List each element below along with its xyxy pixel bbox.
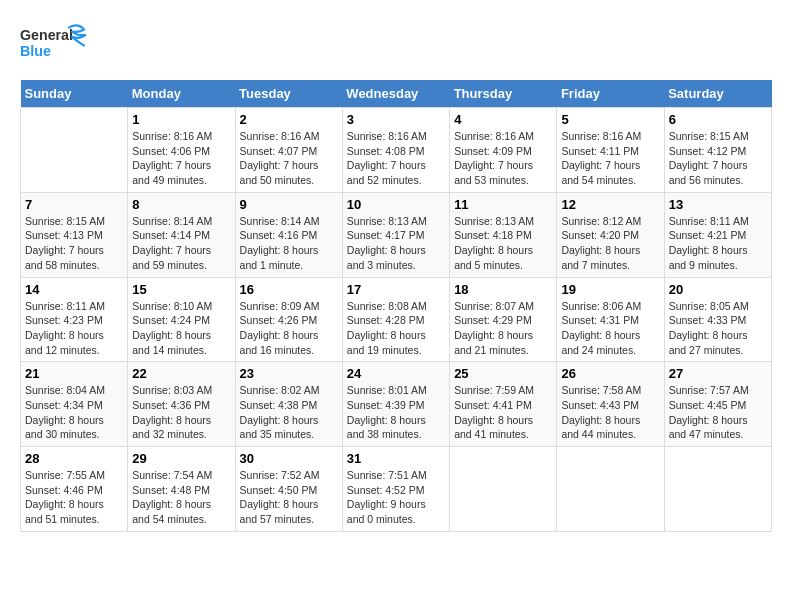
day-number: 18 [454, 282, 552, 297]
day-number: 22 [132, 366, 230, 381]
day-number: 16 [240, 282, 338, 297]
day-number: 24 [347, 366, 445, 381]
calendar-cell: 17Sunrise: 8:08 AMSunset: 4:28 PMDayligh… [342, 277, 449, 362]
calendar-cell: 4Sunrise: 8:16 AMSunset: 4:09 PMDaylight… [450, 108, 557, 193]
day-info: Sunrise: 8:05 AMSunset: 4:33 PMDaylight:… [669, 299, 767, 358]
calendar-cell: 28Sunrise: 7:55 AMSunset: 4:46 PMDayligh… [21, 447, 128, 532]
day-info: Sunrise: 7:54 AMSunset: 4:48 PMDaylight:… [132, 468, 230, 527]
day-info: Sunrise: 7:57 AMSunset: 4:45 PMDaylight:… [669, 383, 767, 442]
calendar-cell: 29Sunrise: 7:54 AMSunset: 4:48 PMDayligh… [128, 447, 235, 532]
day-number: 28 [25, 451, 123, 466]
day-info: Sunrise: 8:04 AMSunset: 4:34 PMDaylight:… [25, 383, 123, 442]
calendar-cell: 14Sunrise: 8:11 AMSunset: 4:23 PMDayligh… [21, 277, 128, 362]
day-info: Sunrise: 8:08 AMSunset: 4:28 PMDaylight:… [347, 299, 445, 358]
calendar-cell: 1Sunrise: 8:16 AMSunset: 4:06 PMDaylight… [128, 108, 235, 193]
day-number: 26 [561, 366, 659, 381]
day-info: Sunrise: 8:02 AMSunset: 4:38 PMDaylight:… [240, 383, 338, 442]
day-number: 17 [347, 282, 445, 297]
day-info: Sunrise: 8:01 AMSunset: 4:39 PMDaylight:… [347, 383, 445, 442]
calendar-cell: 8Sunrise: 8:14 AMSunset: 4:14 PMDaylight… [128, 192, 235, 277]
day-number: 29 [132, 451, 230, 466]
logo: General Blue [20, 20, 100, 70]
calendar-table: SundayMondayTuesdayWednesdayThursdayFrid… [20, 80, 772, 532]
day-info: Sunrise: 8:03 AMSunset: 4:36 PMDaylight:… [132, 383, 230, 442]
calendar-cell: 9Sunrise: 8:14 AMSunset: 4:16 PMDaylight… [235, 192, 342, 277]
day-info: Sunrise: 8:15 AMSunset: 4:12 PMDaylight:… [669, 129, 767, 188]
day-info: Sunrise: 8:16 AMSunset: 4:07 PMDaylight:… [240, 129, 338, 188]
week-row-4: 21Sunrise: 8:04 AMSunset: 4:34 PMDayligh… [21, 362, 772, 447]
svg-text:General: General [20, 27, 73, 43]
calendar-cell [664, 447, 771, 532]
calendar-cell: 13Sunrise: 8:11 AMSunset: 4:21 PMDayligh… [664, 192, 771, 277]
day-number: 30 [240, 451, 338, 466]
day-info: Sunrise: 7:59 AMSunset: 4:41 PMDaylight:… [454, 383, 552, 442]
page-header: General Blue [20, 20, 772, 70]
day-number: 25 [454, 366, 552, 381]
calendar-cell [557, 447, 664, 532]
calendar-cell: 22Sunrise: 8:03 AMSunset: 4:36 PMDayligh… [128, 362, 235, 447]
calendar-cell [21, 108, 128, 193]
day-number: 15 [132, 282, 230, 297]
column-header-wednesday: Wednesday [342, 80, 449, 108]
column-header-friday: Friday [557, 80, 664, 108]
day-info: Sunrise: 8:16 AMSunset: 4:08 PMDaylight:… [347, 129, 445, 188]
day-number: 14 [25, 282, 123, 297]
day-info: Sunrise: 8:15 AMSunset: 4:13 PMDaylight:… [25, 214, 123, 273]
day-number: 19 [561, 282, 659, 297]
column-header-thursday: Thursday [450, 80, 557, 108]
calendar-cell: 21Sunrise: 8:04 AMSunset: 4:34 PMDayligh… [21, 362, 128, 447]
column-header-monday: Monday [128, 80, 235, 108]
calendar-cell: 15Sunrise: 8:10 AMSunset: 4:24 PMDayligh… [128, 277, 235, 362]
day-info: Sunrise: 8:16 AMSunset: 4:11 PMDaylight:… [561, 129, 659, 188]
day-info: Sunrise: 8:13 AMSunset: 4:18 PMDaylight:… [454, 214, 552, 273]
calendar-cell: 23Sunrise: 8:02 AMSunset: 4:38 PMDayligh… [235, 362, 342, 447]
calendar-cell: 3Sunrise: 8:16 AMSunset: 4:08 PMDaylight… [342, 108, 449, 193]
calendar-cell: 30Sunrise: 7:52 AMSunset: 4:50 PMDayligh… [235, 447, 342, 532]
column-header-saturday: Saturday [664, 80, 771, 108]
week-row-3: 14Sunrise: 8:11 AMSunset: 4:23 PMDayligh… [21, 277, 772, 362]
day-number: 20 [669, 282, 767, 297]
calendar-cell: 2Sunrise: 8:16 AMSunset: 4:07 PMDaylight… [235, 108, 342, 193]
calendar-cell: 19Sunrise: 8:06 AMSunset: 4:31 PMDayligh… [557, 277, 664, 362]
day-number: 7 [25, 197, 123, 212]
day-info: Sunrise: 8:09 AMSunset: 4:26 PMDaylight:… [240, 299, 338, 358]
column-header-sunday: Sunday [21, 80, 128, 108]
day-number: 6 [669, 112, 767, 127]
day-info: Sunrise: 8:07 AMSunset: 4:29 PMDaylight:… [454, 299, 552, 358]
day-number: 23 [240, 366, 338, 381]
calendar-cell: 26Sunrise: 7:58 AMSunset: 4:43 PMDayligh… [557, 362, 664, 447]
day-number: 9 [240, 197, 338, 212]
day-info: Sunrise: 8:10 AMSunset: 4:24 PMDaylight:… [132, 299, 230, 358]
week-row-2: 7Sunrise: 8:15 AMSunset: 4:13 PMDaylight… [21, 192, 772, 277]
day-info: Sunrise: 8:12 AMSunset: 4:20 PMDaylight:… [561, 214, 659, 273]
day-number: 21 [25, 366, 123, 381]
calendar-cell: 25Sunrise: 7:59 AMSunset: 4:41 PMDayligh… [450, 362, 557, 447]
day-number: 8 [132, 197, 230, 212]
week-row-1: 1Sunrise: 8:16 AMSunset: 4:06 PMDaylight… [21, 108, 772, 193]
calendar-cell: 12Sunrise: 8:12 AMSunset: 4:20 PMDayligh… [557, 192, 664, 277]
calendar-cell: 7Sunrise: 8:15 AMSunset: 4:13 PMDaylight… [21, 192, 128, 277]
calendar-cell: 11Sunrise: 8:13 AMSunset: 4:18 PMDayligh… [450, 192, 557, 277]
calendar-cell: 5Sunrise: 8:16 AMSunset: 4:11 PMDaylight… [557, 108, 664, 193]
day-info: Sunrise: 8:13 AMSunset: 4:17 PMDaylight:… [347, 214, 445, 273]
day-number: 1 [132, 112, 230, 127]
header-row: SundayMondayTuesdayWednesdayThursdayFrid… [21, 80, 772, 108]
calendar-cell: 16Sunrise: 8:09 AMSunset: 4:26 PMDayligh… [235, 277, 342, 362]
day-info: Sunrise: 8:06 AMSunset: 4:31 PMDaylight:… [561, 299, 659, 358]
day-number: 5 [561, 112, 659, 127]
calendar-cell: 31Sunrise: 7:51 AMSunset: 4:52 PMDayligh… [342, 447, 449, 532]
day-number: 10 [347, 197, 445, 212]
calendar-cell: 24Sunrise: 8:01 AMSunset: 4:39 PMDayligh… [342, 362, 449, 447]
day-info: Sunrise: 7:51 AMSunset: 4:52 PMDaylight:… [347, 468, 445, 527]
column-header-tuesday: Tuesday [235, 80, 342, 108]
day-info: Sunrise: 8:14 AMSunset: 4:16 PMDaylight:… [240, 214, 338, 273]
day-info: Sunrise: 8:16 AMSunset: 4:09 PMDaylight:… [454, 129, 552, 188]
day-number: 11 [454, 197, 552, 212]
svg-text:Blue: Blue [20, 43, 51, 59]
calendar-cell [450, 447, 557, 532]
day-info: Sunrise: 8:16 AMSunset: 4:06 PMDaylight:… [132, 129, 230, 188]
day-number: 12 [561, 197, 659, 212]
day-number: 13 [669, 197, 767, 212]
calendar-cell: 20Sunrise: 8:05 AMSunset: 4:33 PMDayligh… [664, 277, 771, 362]
calendar-header: SundayMondayTuesdayWednesdayThursdayFrid… [21, 80, 772, 108]
